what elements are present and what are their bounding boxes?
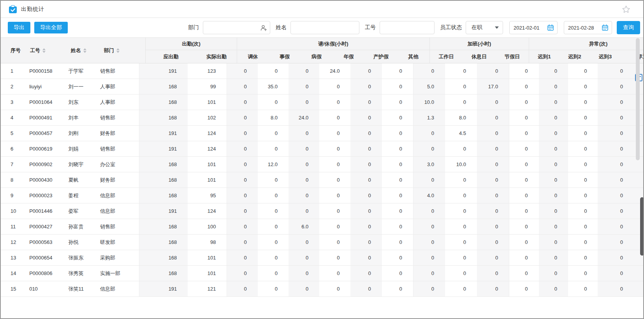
cell-late-1: 0 [509,281,538,296]
cell-maternity-leave: 0 [350,126,382,141]
cell-restday-overtime: 0 [445,219,477,234]
cell-late-1: 0 [509,141,538,156]
cell-maternity-leave: 0 [350,141,382,156]
cell-holiday-overtime: 0 [477,188,509,203]
table-row: 2liuyiyi刘一一人事部16899035.000005.0017.00000 [1,79,643,95]
employee-id-input[interactable] [380,21,434,34]
cell-restday-overtime: 0 [445,266,477,281]
date-to-picker[interactable]: 2021-02-28 [564,21,612,34]
export-all-button[interactable]: 导出全部 [34,22,68,33]
cell-late-2: 0 [539,141,568,156]
cell-maternity-leave: 0 [350,250,382,265]
cell-name: 刘娟 [63,141,95,156]
cell-personal-leave: 12.0 [258,157,289,172]
cell-late-1: 0 [509,63,538,79]
add-person-icon[interactable] [260,25,267,32]
column-header-employee-id[interactable]: 工号 [25,47,65,54]
cell-workday-overtime: 0 [413,219,445,234]
cell-personal-leave: 0 [258,235,289,250]
cell-index: 2 [1,79,24,94]
export-button[interactable]: 导出 [8,22,30,33]
cell-expected-attendance: 168 [139,235,188,250]
cell-department: 办公室 [95,157,139,172]
table-row: 10P0001446娄军信息部1911240000000000000 [1,203,643,219]
cell-other-leave: 0 [382,250,413,265]
cell-other-leave: 0 [382,172,413,188]
cell-maternity-leave: 0 [350,95,382,110]
cell-personal-leave: 0 [258,219,289,234]
column-header-personal-leave: 事假 [269,50,301,63]
cell-sick-leave: 0 [289,172,319,188]
cell-department: 研发部 [95,235,139,250]
page-scrollbar-thumb[interactable] [640,197,644,256]
cell-actual-attendance: 101 [188,250,227,265]
toolbar: 导出 导出全部 部门 姓名 工号 员工状态 在职 [1,18,643,37]
cell-name: 刘丰 [63,110,95,125]
table-scrollbar-thumb[interactable] [636,38,640,160]
cell-workday-overtime: 0 [413,281,445,296]
cell-employee-id: P0000457 [24,126,63,141]
column-header-name[interactable]: 姓名 [65,47,99,54]
cell-expected-attendance: 191 [139,63,188,79]
cell-other-leave: 0 [382,126,413,141]
cell-name: 刘晓宇 [63,157,95,172]
sort-icon[interactable] [42,48,46,53]
cell-maternity-leave: 0 [350,219,382,234]
status-select[interactable]: 在职 [466,21,503,34]
cell-annual-leave: 0 [319,281,350,296]
cell-index: 6 [1,141,24,156]
column-header-late-2: 迟到2 [560,50,590,63]
cell-maternity-leave: 0 [350,110,382,125]
cell-late-1: 0 [509,250,538,265]
cell-actual-attendance: 124 [188,203,227,219]
cell-actual-attendance: 101 [188,172,227,188]
cell-actual-attendance: 98 [188,235,227,250]
favorite-star-icon[interactable] [621,5,631,14]
cell-holiday-overtime: 0 [477,219,509,234]
cell-maternity-leave: 0 [350,203,382,219]
cell-late-1: 0 [509,235,538,250]
department-label: 部门 [188,24,199,31]
cell-annual-leave: 0 [319,110,350,125]
cell-compensatory-leave: 0 [227,126,257,141]
search-button[interactable]: 查询 [617,21,640,34]
name-input-wrap [290,21,359,34]
sort-icon[interactable] [83,48,86,53]
cell-index: 1 [1,63,24,79]
cell-compensatory-leave: 0 [227,79,257,94]
cell-restday-overtime: 0 [445,203,477,219]
cell-compensatory-leave: 0 [227,172,257,188]
cell-index: 8 [1,172,24,188]
table-row: 9P0000023姜程信息部168950000004.0000000 [1,188,643,203]
cell-restday-overtime: 0 [445,172,477,188]
cell-index: 13 [1,250,24,265]
cell-early-leave-1: 0 [598,219,643,234]
column-header-restday-overtime: 休息日 [463,50,496,63]
cell-other-leave: 0 [382,235,413,250]
cell-maternity-leave: 0 [350,157,382,172]
cell-workday-overtime: 10.0 [413,95,445,110]
cell-late-2: 0 [539,95,568,110]
cell-sick-leave: 6.0 [289,219,319,234]
name-input[interactable] [291,21,359,34]
cell-workday-overtime: 0 [413,235,445,250]
sort-icon[interactable] [116,48,120,53]
date-from-picker[interactable]: 2021-02-01 [509,21,558,34]
cell-personal-leave: 0 [258,63,289,79]
cell-late-2: 0 [539,110,568,125]
cell-personal-leave: 0 [258,95,289,110]
column-header-department[interactable]: 部门 [99,47,145,54]
cell-name: 孙悦 [63,235,95,250]
cell-early-leave-1: 0 [598,203,643,219]
fixed-header-cells: 序号 工号 姓名 部门 [1,38,146,63]
table-row: 12P0000563孙悦研发部168980000000000000 [1,235,643,250]
cell-employee-id: P0001446 [24,203,63,219]
cell-holiday-overtime: 0 [477,95,509,110]
cell-late-1: 0 [509,79,538,94]
cell-actual-attendance: 101 [188,157,227,172]
department-input-wrap [203,21,270,34]
cell-late-2: 0 [539,126,568,141]
cell-compensatory-leave: 0 [227,235,257,250]
cell-other-leave: 0 [382,203,413,219]
cell-name: 刘东 [63,95,95,110]
